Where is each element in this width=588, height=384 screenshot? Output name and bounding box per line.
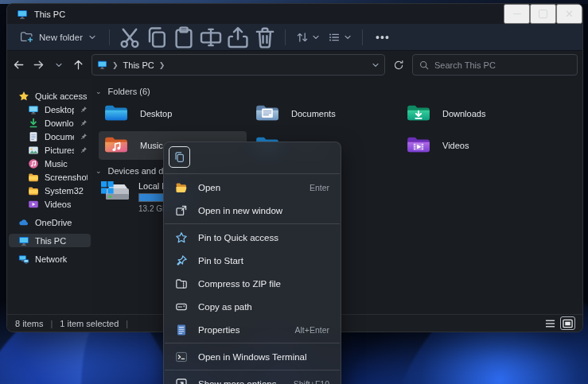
collapse-chevron-icon: ⌄: [95, 167, 102, 175]
pin-icon: [80, 146, 88, 154]
cut-button[interactable]: [118, 27, 142, 48]
maximize-button[interactable]: [530, 4, 556, 24]
compress-zip-icon: [175, 277, 188, 290]
folder-tile-downloads[interactable]: Downloads: [401, 99, 549, 128]
delete-icon: [253, 25, 277, 49]
sidebar-item-label: Downloads: [45, 118, 74, 128]
folder-open-icon: [175, 181, 188, 194]
collapse-chevron-icon: ⌄: [95, 87, 102, 95]
folder-documents-icon: [255, 104, 279, 123]
document-icon: [28, 131, 39, 142]
folder-tile-documents[interactable]: Documents: [250, 99, 398, 128]
new-folder-icon: [20, 30, 33, 44]
copy-button[interactable]: [169, 146, 190, 168]
folders-section-header[interactable]: ⌄ Folders (6): [95, 87, 150, 96]
context-menu-items: OpenEnterOpen in new windowPin to Quick …: [164, 176, 341, 384]
menu-separator: [165, 173, 340, 174]
new-folder-label: New folder: [39, 33, 83, 42]
folder-tile-label: Desktop: [140, 109, 172, 118]
share-button[interactable]: [226, 27, 250, 48]
menu-item-pin-to-start[interactable]: Pin to Start: [164, 249, 341, 272]
properties-icon: [175, 324, 188, 336]
menu-item-open[interactable]: OpenEnter: [164, 176, 341, 199]
large-icons-view-icon: [563, 319, 573, 328]
sidebar-item-music[interactable]: Music: [9, 157, 91, 170]
menu-item-pin-to-quick-access[interactable]: Pin to Quick access: [164, 226, 341, 249]
sidebar-item-onedrive[interactable]: OneDrive: [9, 215, 91, 229]
back-button[interactable]: [9, 55, 29, 75]
star-icon: [18, 91, 29, 102]
folder-tile-label: Music: [140, 141, 163, 150]
up-button[interactable]: [68, 55, 88, 75]
new-folder-button[interactable]: New folder: [14, 27, 103, 47]
downloads-icon: [28, 118, 39, 129]
sidebar-item-videos[interactable]: Videos: [9, 197, 91, 211]
menu-item-compress-to-zip-file[interactable]: Compress to ZIP file: [164, 272, 341, 295]
menu-item-shortcut: Alt+Enter: [295, 325, 329, 335]
menu-item-open-in-windows-terminal[interactable]: Open in Windows Terminal: [164, 345, 341, 368]
folder-icon: [28, 185, 39, 196]
sidebar-item-label: System32: [45, 186, 84, 196]
pin-quick-access-icon: [175, 231, 188, 244]
paste-button[interactable]: [172, 27, 196, 48]
terminal-icon: [175, 351, 188, 363]
large-icons-view-button[interactable]: [561, 317, 574, 329]
refresh-button[interactable]: [388, 55, 409, 75]
sidebar-item-downloads[interactable]: Downloads: [9, 116, 91, 130]
sidebar-item-network[interactable]: Network: [9, 252, 91, 266]
maximize-icon: [539, 10, 547, 18]
open-new-window-icon: [175, 204, 188, 217]
sidebar-item-quick-access[interactable]: Quick access: [9, 89, 91, 103]
sidebar-item-this-pc[interactable]: This PC: [9, 234, 91, 247]
rename-button[interactable]: [199, 27, 223, 48]
address-bar[interactable]: ❯ This PC ❯: [92, 54, 385, 76]
toolbar-actions: [116, 27, 278, 48]
more-options-button[interactable]: •••: [371, 27, 395, 48]
folder-desktop-icon: [104, 104, 128, 123]
sidebar-item-desktop[interactable]: Desktop: [9, 103, 91, 116]
menu-item-properties[interactable]: PropertiesAlt+Enter: [164, 318, 341, 341]
titlebar: This PC ✕: [7, 4, 582, 24]
sidebar-item-system32[interactable]: System32: [9, 184, 91, 197]
copy-button[interactable]: [145, 27, 169, 48]
menu-item-show-more-options[interactable]: Show more optionsShift+F10: [164, 372, 341, 384]
toolbar-separator: [285, 29, 286, 45]
menu-item-copy-as-path[interactable]: Copy as path: [164, 295, 341, 318]
share-icon: [226, 25, 250, 49]
view-icon: [328, 31, 341, 44]
pin-icon: [80, 106, 88, 114]
sort-button[interactable]: [292, 28, 324, 47]
sidebar-item-documents[interactable]: Documents: [9, 130, 91, 143]
chevron-down-icon[interactable]: [372, 61, 380, 69]
sidebar-item-label: Pictures: [45, 145, 74, 155]
chevron-down-icon: [344, 33, 352, 41]
sidebar-item-screenshots[interactable]: Screenshots: [9, 170, 91, 184]
sidebar-item-pictures[interactable]: Pictures: [9, 143, 91, 157]
menu-item-open-in-new-window[interactable]: Open in new window: [164, 199, 341, 222]
folder-music-icon: [104, 136, 128, 155]
forward-button[interactable]: [29, 55, 49, 75]
cut-icon: [118, 25, 142, 49]
view-button[interactable]: [324, 28, 356, 47]
search-input[interactable]: Search This PC: [412, 54, 578, 76]
folder-tile-desktop[interactable]: Desktop: [99, 99, 247, 128]
chevron-down-icon: [55, 61, 63, 69]
menu-item-label: Open in new window: [198, 206, 282, 215]
minimize-button[interactable]: [504, 4, 530, 24]
local-disk-icon: [100, 180, 132, 206]
breadcrumb-location[interactable]: This PC: [123, 60, 154, 70]
folder-tile-videos[interactable]: Videos: [401, 131, 549, 160]
sort-icon: [296, 31, 309, 44]
menu-item-label: Open: [198, 183, 220, 192]
delete-button[interactable]: [253, 27, 277, 48]
recent-locations-button[interactable]: [49, 55, 68, 75]
details-view-button[interactable]: [543, 317, 557, 329]
window-controls: ✕: [504, 4, 582, 24]
rename-icon: [199, 25, 223, 49]
this-pc-icon: [17, 9, 28, 20]
menu-item-label: Show more options: [198, 379, 276, 384]
menu-item-shortcut: Enter: [310, 183, 329, 192]
navigation-bar: ❯ This PC ❯ Search This PC: [7, 51, 582, 79]
close-button[interactable]: ✕: [556, 4, 582, 24]
context-menu-iconbar: [164, 146, 341, 172]
